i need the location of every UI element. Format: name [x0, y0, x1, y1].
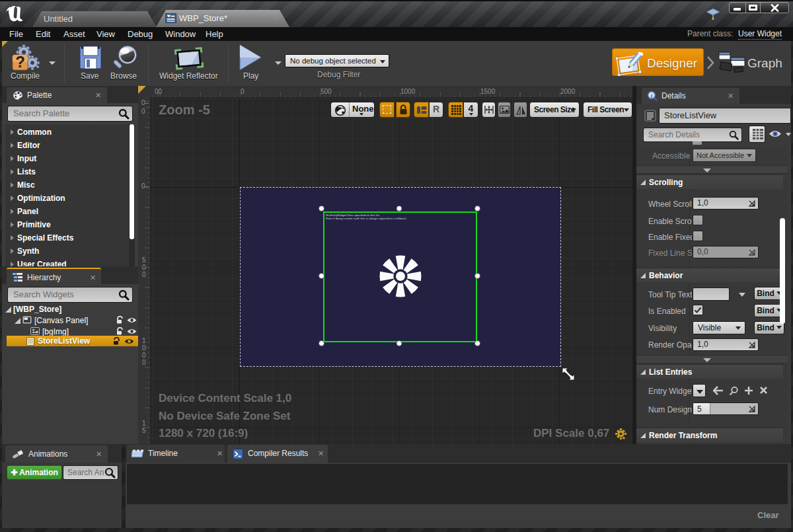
svg-text:?: ?	[15, 53, 25, 71]
